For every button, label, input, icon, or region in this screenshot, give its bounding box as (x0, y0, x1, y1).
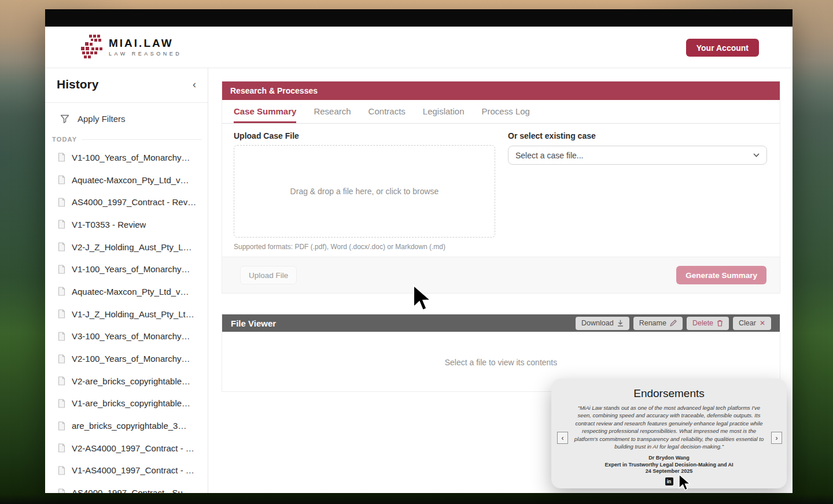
logo-pixel-icon (81, 35, 104, 59)
research-panel-footer: Upload File Generate Summary (222, 257, 780, 293)
history-list-item[interactable]: V3-100_Years_of_Monarchy… (45, 325, 208, 348)
endorsement-quote: “MiAi Law stands out as one of the most … (573, 404, 765, 451)
download-button[interactable]: Download (576, 317, 629, 330)
download-label: Download (581, 319, 614, 327)
tab-legislation[interactable]: Legislation (423, 100, 465, 123)
history-item-label: AS4000_1997_Contract - Su… (72, 488, 191, 493)
sidebar-divider (45, 102, 208, 103)
endorsements-prev-button[interactable]: ‹ (557, 432, 568, 444)
linkedin-icon[interactable]: in (665, 477, 673, 486)
endorsements-next-button[interactable]: › (771, 432, 782, 444)
logo-text: MIAI.LAW LAW REASONED (109, 37, 182, 57)
document-icon (58, 242, 65, 251)
history-item-label: Aquatec-Maxcon_Pty_Ltd_v… (72, 175, 189, 185)
tab-contracts[interactable]: Contracts (368, 100, 406, 123)
document-icon (58, 466, 65, 475)
history-list-item[interactable]: V1-T0353 - Review (45, 213, 208, 236)
file-dropzone[interactable]: Drag & drop a file here, or click to bro… (234, 145, 495, 238)
document-icon (58, 354, 65, 364)
history-item-label: V1-100_Years_of_Monarchy… (72, 264, 190, 274)
history-item-label: Aquatec-Maxcon_Pty_Ltd_v… (72, 287, 189, 297)
apply-filters-button[interactable]: Apply Filters (60, 114, 126, 124)
filter-funnel-icon (60, 114, 69, 123)
supported-formats-text: Supported formats: PDF (.pdf), Word (.do… (234, 243, 445, 251)
history-item-label: are_bricks_copyrightable_3… (72, 421, 186, 431)
window-top-bar (45, 9, 793, 27)
trash-icon (717, 320, 723, 327)
history-list-item[interactable]: V1-J_Z_Holding_Aust_Pty_Lt… (45, 303, 208, 325)
document-icon (58, 309, 65, 318)
research-tabs: Case Summary Research Contracts Legislat… (222, 100, 780, 124)
history-list-item[interactable]: V1-100_Years_of_Monarchy… (45, 258, 208, 280)
research-processes-header: Research & Processes (222, 81, 780, 100)
history-list-item[interactable]: AS4000_1997_Contract - Su… (45, 481, 208, 493)
sidebar-collapse-icon[interactable]: ‹ (193, 79, 196, 90)
clear-button[interactable]: Clear ✕ (733, 317, 771, 330)
upload-file-button[interactable]: Upload File (240, 266, 297, 284)
endorsement-role: Expert in Trustworthy Legal Decision-Mak… (551, 462, 787, 469)
logo-title: MIAI.LAW (109, 37, 182, 50)
document-icon (58, 488, 65, 493)
document-icon (58, 287, 65, 296)
history-list-item[interactable]: Aquatec-Maxcon_Pty_Ltd_v… (45, 169, 208, 191)
document-icon (58, 421, 65, 431)
endorsements-card: Endorsements “MiAi Law stands out as one… (551, 379, 787, 488)
history-title: History (57, 77, 98, 91)
tab-research[interactable]: Research (314, 100, 351, 123)
clear-label: Clear (739, 319, 756, 327)
upload-case-file-label: Upload Case File (234, 131, 299, 140)
history-item-label: V3-100_Years_of_Monarchy… (72, 331, 190, 341)
history-list-item[interactable]: V1-100_Years_of_Monarchy… (45, 146, 208, 169)
endorsement-author: Dr Brydon Wang (551, 455, 787, 462)
history-list-item[interactable]: V2-AS4000_1997_Contract - … (45, 437, 208, 459)
dropzone-text: Drag & drop a file here, or click to bro… (290, 187, 439, 196)
history-list-item[interactable]: V2-are_bricks_copyrightable… (45, 370, 208, 392)
generate-summary-button[interactable]: Generate Summary (676, 266, 766, 284)
existing-case-select-value: Select a case file... (515, 151, 584, 160)
rename-button[interactable]: Rename (633, 317, 683, 330)
document-icon (58, 220, 65, 229)
today-label: TODAY (52, 136, 77, 143)
existing-case-select[interactable]: Select a case file... (508, 146, 767, 165)
history-list-item[interactable]: V2-100_Years_of_Monarchy… (45, 347, 208, 370)
history-item-label: AS4000_1997_Contract - Rev… (72, 197, 196, 207)
delete-label: Delete (692, 319, 713, 327)
history-list-item[interactable]: Aquatec-Maxcon_Pty_Ltd_v… (45, 280, 208, 303)
history-item-label: V2-are_bricks_copyrightable… (72, 376, 190, 386)
endorsements-title: Endorsements (551, 387, 787, 400)
apply-filters-label: Apply Filters (78, 114, 126, 124)
document-icon (58, 198, 65, 207)
app-header: MIAI.LAW LAW REASONED Your Account (45, 27, 793, 68)
history-item-label: V2-AS4000_1997_Contract - … (72, 443, 194, 453)
history-item-label: V1-T0353 - Review (72, 220, 146, 229)
logo: MIAI.LAW LAW REASONED (81, 35, 182, 59)
endorsement-date: 24 September 2025 (551, 468, 787, 475)
document-icon (58, 153, 65, 162)
file-viewer-title: File Viewer (231, 318, 572, 328)
tab-process-log[interactable]: Process Log (482, 100, 530, 123)
tab-case-summary[interactable]: Case Summary (234, 100, 296, 123)
history-item-label: V1-AS4000_1997_Contract - … (72, 465, 194, 475)
history-item-label: V2-J_Z_Holding_Aust_Pty_L… (72, 242, 192, 252)
existing-case-label: Or select existing case (508, 131, 596, 140)
your-account-button[interactable]: Your Account (686, 39, 759, 57)
document-icon (58, 332, 65, 341)
document-icon (58, 265, 65, 274)
history-sidebar: History ‹ Apply Filters TODAY V1-100_Yea… (45, 68, 208, 493)
document-icon (58, 376, 65, 386)
pencil-icon (670, 320, 677, 327)
rename-label: Rename (639, 319, 666, 327)
research-processes-panel: Research & Processes Case Summary Resear… (222, 81, 780, 294)
history-list-item[interactable]: are_bricks_copyrightable_3… (45, 414, 208, 437)
history-list-item[interactable]: AS4000_1997_Contract - Rev… (45, 191, 208, 213)
document-icon (58, 443, 65, 453)
history-item-label: V2-100_Years_of_Monarchy… (72, 354, 190, 364)
history-list-item[interactable]: V1-are_bricks_copyrightable… (45, 392, 208, 415)
file-viewer-header: File Viewer Download Rename Delete (222, 314, 780, 332)
history-list-item[interactable]: V1-AS4000_1997_Contract - … (45, 459, 208, 482)
chevron-down-icon (753, 153, 760, 157)
delete-button[interactable]: Delete (687, 317, 729, 330)
history-item-label: V1-J_Z_Holding_Aust_Pty_Lt… (72, 309, 194, 319)
history-list-item[interactable]: V2-J_Z_Holding_Aust_Pty_L… (45, 236, 208, 258)
today-section-header: TODAY (52, 136, 202, 143)
